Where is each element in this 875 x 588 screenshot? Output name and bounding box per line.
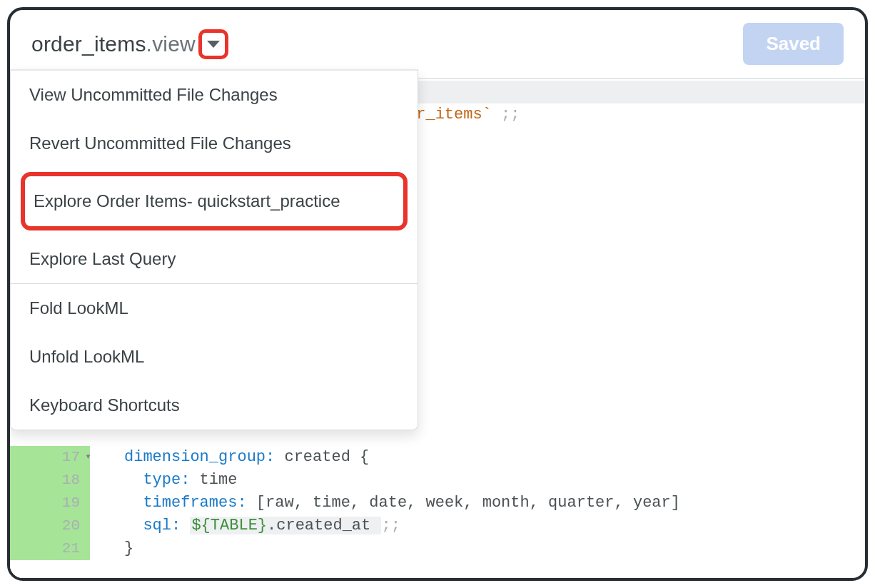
- file-dropdown-menu: View Uncommitted File Changes Revert Unc…: [10, 69, 418, 430]
- chevron-down-icon: [207, 41, 220, 48]
- line-number: 19: [10, 492, 90, 514]
- line-number: 17: [10, 446, 90, 469]
- code-line: }: [124, 537, 865, 560]
- code-line: timeframes: [raw, time, date, week, mont…: [124, 492, 865, 514]
- file-title-group: order_items.view: [31, 29, 228, 59]
- code-line: sql: ${TABLE}.created_at ;;: [124, 514, 865, 537]
- code-line: type: time: [124, 469, 865, 492]
- line-number: 20: [10, 514, 90, 537]
- menu-keyboard-shortcuts[interactable]: Keyboard Shortcuts: [11, 381, 418, 430]
- menu-explore-last-query[interactable]: Explore Last Query: [11, 235, 418, 283]
- line-number: 21: [10, 537, 90, 560]
- file-menu-trigger[interactable]: [198, 29, 228, 59]
- file-name-ext: .view: [146, 32, 196, 56]
- file-name-base: order_items: [31, 32, 146, 56]
- save-button[interactable]: Saved: [743, 23, 844, 65]
- menu-explore-order-items[interactable]: Explore Order Items- quickstart_practice: [21, 172, 408, 230]
- menu-unfold-lookml[interactable]: Unfold LookML: [11, 333, 418, 381]
- line-number: 18: [10, 469, 90, 492]
- menu-revert-uncommitted[interactable]: Revert Uncommitted File Changes: [11, 119, 418, 168]
- code-line: dimension_group: created {: [124, 446, 865, 469]
- menu-view-uncommitted[interactable]: View Uncommitted File Changes: [11, 71, 418, 119]
- menu-fold-lookml[interactable]: Fold LookML: [11, 284, 418, 333]
- app-frame: order_items.view Saved 2: [7, 7, 868, 581]
